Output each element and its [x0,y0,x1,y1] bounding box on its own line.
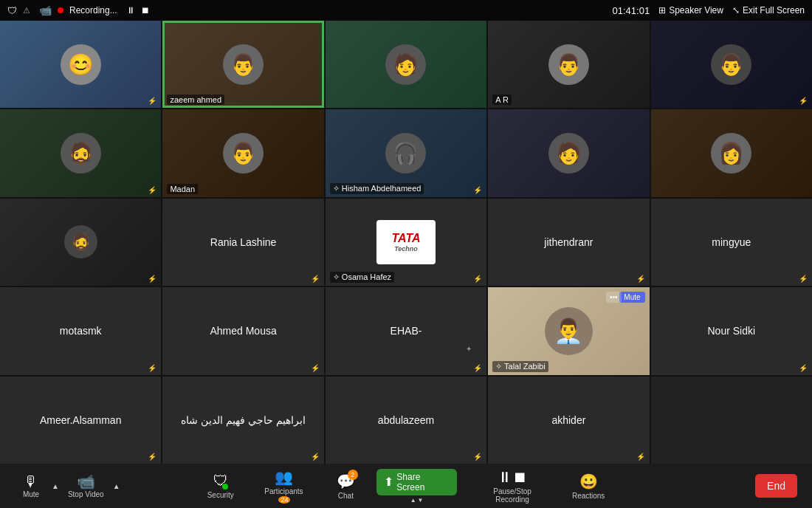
mute-indicator: ⚡ [799,97,808,105]
mute-indicator: ⚡ [148,364,156,372]
participant-cell-10: 👩 [651,109,812,196]
participant-name: mingyue [709,233,754,251]
toolbar: 🎙 Mute ▲ 📹 Stop Video ▲ 🛡 Security 👥 Par… [0,464,812,508]
participant-cell-3: 🧑 [326,21,486,108]
speaker-view-label: Speaker View [669,5,723,16]
exit-fullscreen-button[interactable]: ⤡ Exit Full Screen [732,5,805,16]
video-grid: 😊 ⚡ 👨 zaeem ahmed 🧑 👨 A R 👨 ⚡ 🧔 ⚡ [0,21,812,464]
participant-name: Ameer.Alsamman [37,411,124,429]
top-bar-left: 🛡 ⚠ 📹 Recording... ⏸ ⏹ [7,4,150,16]
exit-fullscreen-icon: ⤡ [732,5,740,16]
stop-recording-icon[interactable]: ⏹ [141,5,150,16]
share-icon: ⬆ [384,475,393,489]
security-icon-wrap: 🛡 [213,473,228,490]
share-screen-button[interactable]: ⬆ Share Screen ▲ ▼ [376,469,457,504]
mute-indicator: ⚡ [148,275,156,283]
speaker-view-icon: ⊞ [658,5,666,16]
cursor-indicator: ✦ [466,345,472,353]
mute-indicator: ⚡ [311,453,320,461]
participant-cell-11: 🧔 ⚡ [0,199,161,286]
microphone-icon: 🎙 [24,474,38,489]
mute-badge[interactable]: Mute [619,292,644,303]
chat-button[interactable]: 💬 2 Chat [329,470,362,503]
participant-name: motasmk [57,322,105,340]
participant-cell-ameer: Ameer.Alsamman ⚡ [0,377,161,464]
security-button[interactable]: 🛡 Security [203,470,238,502]
participants-label: Participants 24 [258,487,311,504]
participants-button[interactable]: 👥 Participants 24 [253,465,315,507]
participant-name: Rania Lashine [207,233,280,251]
recording-label: Recording... [69,5,117,16]
more-options-badge[interactable]: ••• [606,292,622,303]
zoom-icon: 📹 [39,4,52,16]
timer: 01:41:01 [613,5,650,16]
participant-cell-mingyue: mingyue ⚡ [651,199,812,286]
share-screen-inner: ⬆ Share Screen [376,469,457,495]
participant-name: ابراهيم حاجي فهيم الدين شاه [178,411,309,429]
participant-cell-osama: TATA Techno ✧ Osama Hafez ⚡ [326,199,486,286]
chat-badge: 2 [348,470,358,480]
stop-video-button[interactable]: 📹 Stop Video [63,471,109,501]
share-label: Share Screen [396,472,450,492]
participant-name: Ahmed Mousa [207,322,279,340]
participant-name: ✧ Hisham Abdelhameed [330,183,424,194]
pause-recording-icon[interactable]: ⏸ [126,5,135,16]
reactions-label: Reactions [572,492,605,500]
reactions-button[interactable]: 😀 Reactions [568,470,609,503]
participant-cell-hisham: 🎧 ✧ Hisham Abdelhameed ⚡ [326,109,486,196]
participant-cell-ibrahim: ابراهيم حاجي فهيم الدين شاه ⚡ [162,377,323,464]
participant-cell-9: 🧑 [488,109,649,196]
mute-button[interactable]: 🎙 Mute [15,471,47,501]
top-bar-right: 01:41:01 ⊞ Speaker View ⤡ Exit Full Scre… [613,5,805,16]
security-status-dot [222,484,228,490]
participants-icon: 👥 [275,468,293,486]
participant-name: Madan [167,184,198,194]
toolbar-left: 🎙 Mute ▲ 📹 Stop Video ▲ [15,471,122,501]
participant-cell-abdulazeem: abdulazeem ⚡ [326,377,486,464]
mute-indicator: ⚡ [473,364,482,372]
participant-name: EHAB- [388,322,425,340]
participant-cell-6: 🧔 ⚡ [0,109,161,196]
mute-indicator: ⚡ [473,453,482,461]
participant-cell-jithendra: jithendranr ⚡ [488,199,649,286]
participant-cell-ehab: EHAB- ✦ ⚡ [326,287,486,374]
share-chevrons: ▲ ▼ [410,497,424,504]
mute-label: Mute [23,490,39,498]
participant-name: A R [492,95,512,105]
end-button[interactable]: End [755,474,797,498]
pause-recording-label: Pause/Stop Recording [476,487,548,504]
speaker-view-button[interactable]: ⊞ Speaker View [658,5,723,16]
participant-cell-zaeem: 👨 zaeem ahmed [162,21,323,108]
exit-fullscreen-label: Exit Full Screen [743,5,805,16]
chat-label: Chat [338,492,354,500]
mute-indicator: ⚡ [148,186,156,194]
chat-icon-wrap: 💬 2 [337,473,355,490]
stop-video-label: Stop Video [68,490,104,498]
top-bar: 🛡 ⚠ 📹 Recording... ⏸ ⏹ 01:41:01 ⊞ Speake… [0,0,812,21]
participant-cell-ahmed: Ahmed Mousa ⚡ [162,287,323,374]
participant-name: akhider [548,411,588,429]
shield-icon: 🛡 [7,5,17,16]
participant-cell-nour: Nour Sidki ⚡ [651,287,812,374]
security-label: Security [207,491,234,499]
camera-icon: 📹 [77,474,95,489]
participant-cell-talal: 👨‍💼 ✧ Talal Zabibi Mute ••• [488,287,649,374]
participant-cell-ar: 👨 A R [488,21,649,108]
mute-chevron[interactable]: ▲ [50,482,61,490]
participant-cell-rania: Rania Lashine ⚡ [162,199,323,286]
video-chevron[interactable]: ▲ [111,482,122,490]
reactions-icon: 😀 [579,473,598,490]
participant-name: jithendranr [541,233,596,251]
mute-indicator: ⚡ [473,275,482,283]
mute-indicator: ⚡ [799,275,808,283]
participant-cell-motasmk: motasmk ⚡ [0,287,161,374]
participant-name: abdulazeem [375,411,437,429]
participant-cell: 😊 ⚡ [0,21,161,108]
toolbar-center: 🛡 Security 👥 Participants 24 💬 2 Chat ⬆ … [203,465,609,507]
pause-recording-icon: ⏸⏹ [498,469,527,486]
mute-indicator: ⚡ [311,364,320,372]
tata-logo: TATA Techno [376,220,436,264]
participant-cell-empty [651,377,812,464]
mute-indicator: ⚡ [148,453,156,461]
pause-recording-button[interactable]: ⏸⏹ Pause/Stop Recording [472,466,553,507]
